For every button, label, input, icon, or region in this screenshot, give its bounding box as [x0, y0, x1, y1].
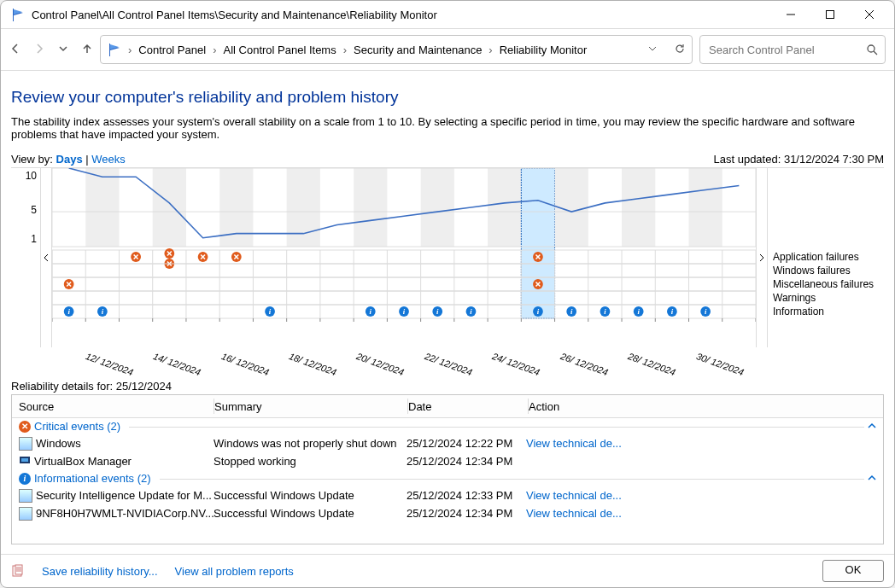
chart-scroll-left[interactable] — [40, 168, 52, 347]
svg-rect-8 — [488, 168, 521, 247]
virtualbox-icon — [19, 454, 31, 469]
chevron-right-icon: › — [340, 44, 350, 56]
viewby-weeks[interactable]: Weeks — [91, 153, 126, 166]
event-row[interactable]: 9NF8H0H7WMLT-NVIDIACorp.NV...Successful … — [12, 504, 883, 522]
svg-rect-12 — [689, 168, 722, 247]
collapse-icon[interactable] — [868, 472, 876, 485]
nav-toolbar: › Control Panel › All Control Panel Item… — [1, 29, 894, 71]
title-bar: Control Panel\All Control Panel Items\Se… — [1, 1, 894, 29]
program-icon — [19, 489, 32, 503]
event-row[interactable]: Security Intelligence Update for M...Suc… — [12, 486, 883, 504]
breadcrumb-item[interactable]: Control Panel — [138, 44, 206, 56]
event-summary: Successful Windows Update — [214, 507, 407, 520]
forward-button[interactable] — [33, 43, 45, 57]
col-header-action[interactable]: Action — [529, 400, 876, 413]
content-pane: Review your computer's reliability and p… — [1, 71, 894, 554]
search-input[interactable] — [707, 43, 866, 57]
chart-legend: Application failures Windows failures Mi… — [768, 168, 884, 347]
breadcrumb-item[interactable]: Reliability Monitor — [500, 44, 588, 56]
address-bar[interactable]: › Control Panel › All Control Panel Item… — [100, 35, 693, 64]
reliability-chart: 10 5 1 iiiiiiiiiiiii Application failure… — [11, 167, 884, 347]
minimize-button[interactable] — [771, 1, 810, 28]
maximize-button[interactable] — [810, 1, 850, 28]
svg-point-1 — [868, 45, 875, 52]
chevron-right-icon: › — [485, 44, 495, 56]
legend-item: Miscellaneous failures — [773, 277, 884, 291]
program-icon — [19, 507, 32, 521]
address-dropdown[interactable] — [647, 44, 658, 56]
legend-item: Information — [773, 305, 884, 318]
last-updated-value: 31/12/2024 7:30 PM — [784, 153, 884, 166]
event-date: 25/12/2024 12:34 PM — [407, 455, 526, 468]
col-header-summary[interactable]: Summary — [214, 400, 407, 413]
group-title: Informational events (2) — [34, 472, 151, 485]
flag-icon — [11, 8, 25, 21]
up-button[interactable] — [81, 43, 93, 57]
col-header-date[interactable]: Date — [408, 400, 528, 413]
collapse-icon[interactable] — [868, 420, 876, 433]
chevron-right-icon: › — [209, 44, 219, 56]
breadcrumb-item[interactable]: Security and Maintenance — [354, 44, 482, 56]
svg-rect-6 — [354, 168, 387, 247]
svg-rect-0 — [827, 11, 834, 19]
refresh-button[interactable] — [675, 44, 685, 56]
legend-item: Windows failures — [773, 264, 884, 277]
event-source: VirtualBox Manager — [34, 455, 132, 468]
event-group-header[interactable]: iInformational events (2) — [12, 470, 883, 486]
svg-rect-65 — [52, 277, 756, 291]
view-details-link[interactable]: View technical de... — [526, 489, 622, 502]
event-source: 9NF8H0H7WMLT-NVIDIACorp.NV... — [36, 507, 214, 520]
event-row[interactable]: WindowsWindows was not properly shut dow… — [12, 434, 883, 452]
page-description: The stability index assesses your system… — [11, 115, 884, 141]
program-icon — [19, 437, 32, 451]
event-row[interactable]: VirtualBox ManagerStopped working25/12/2… — [12, 452, 883, 470]
history-dropdown[interactable] — [57, 43, 69, 57]
event-source: Security Intelligence Update for M... — [36, 489, 212, 502]
chart-canvas[interactable]: iiiiiiiiiiiii — [52, 168, 756, 347]
breadcrumb-item[interactable]: All Control Panel Items — [223, 44, 336, 56]
back-button[interactable] — [9, 43, 21, 57]
group-title: Critical events (2) — [34, 420, 120, 433]
event-date: 25/12/2024 12:34 PM — [407, 507, 526, 520]
search-icon — [866, 44, 878, 55]
window-title: Control Panel\All Control Panel Items\Se… — [32, 9, 771, 21]
svg-rect-3 — [153, 168, 186, 247]
chevron-right-icon: › — [125, 44, 135, 56]
svg-rect-9 — [521, 168, 554, 318]
legend-item: Warnings — [773, 291, 884, 305]
footer-bar: Save reliability history... View all pro… — [1, 554, 894, 587]
close-button[interactable] — [850, 1, 889, 28]
details-table: Source Summary Date Action ✕Critical eve… — [11, 394, 884, 544]
event-summary: Successful Windows Update — [214, 489, 407, 502]
save-icon — [11, 564, 25, 578]
event-summary: Stopped working — [214, 455, 407, 468]
chart-yaxis: 10 5 1 — [11, 168, 40, 347]
info-icon: i — [19, 473, 31, 485]
svg-rect-2 — [85, 168, 119, 247]
viewby-label: View by: — [11, 153, 53, 166]
view-all-reports-link[interactable]: View all problem reports — [175, 565, 294, 578]
details-label: Reliability details for: — [11, 380, 116, 393]
viewby-days[interactable]: Days — [56, 153, 83, 166]
col-header-source[interactable]: Source — [19, 400, 214, 413]
svg-rect-89 — [52, 291, 756, 305]
svg-rect-11 — [622, 168, 655, 247]
save-reliability-link[interactable]: Save reliability history... — [42, 565, 158, 578]
svg-rect-7 — [421, 168, 454, 247]
view-details-link[interactable]: View technical de... — [526, 507, 622, 520]
svg-rect-5 — [287, 168, 320, 247]
event-source: Windows — [36, 437, 81, 450]
svg-rect-15 — [52, 250, 756, 264]
event-date: 25/12/2024 12:33 PM — [407, 489, 526, 502]
last-updated-label: Last updated: — [714, 153, 784, 166]
error-icon: ✕ — [19, 421, 31, 433]
event-date: 25/12/2024 12:22 PM — [407, 437, 526, 450]
svg-rect-43 — [52, 264, 756, 277]
chart-scroll-right[interactable] — [756, 168, 768, 347]
flag-icon — [108, 43, 121, 56]
search-box[interactable] — [699, 35, 886, 64]
view-details-link[interactable]: View technical de... — [526, 437, 622, 450]
event-group-header[interactable]: ✕Critical events (2) — [12, 418, 883, 434]
svg-rect-182 — [21, 458, 28, 462]
ok-button[interactable]: OK — [822, 560, 884, 582]
